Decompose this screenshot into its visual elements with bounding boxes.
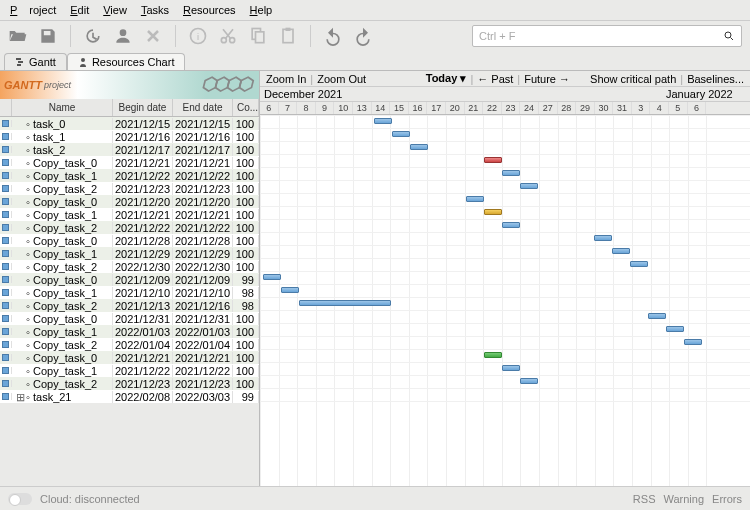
table-row[interactable]: ◦ Copy_task_2 2021/12/23 2021/12/23 100 [0, 377, 259, 390]
errors-link[interactable]: Errors [712, 493, 742, 505]
col-completion[interactable]: Co... [233, 99, 259, 116]
gantt-bar[interactable] [281, 287, 299, 293]
menu-resources[interactable]: Resources [177, 2, 242, 18]
rss-link[interactable]: RSS [633, 493, 656, 505]
gantt-bar[interactable] [630, 261, 648, 267]
table-row[interactable]: ◦ Copy_task_2 2021/12/13 2021/12/16 98 [0, 299, 259, 312]
cut-icon[interactable] [218, 26, 238, 46]
svg-text:i: i [197, 32, 199, 42]
task-name: ◦ Copy_task_0 [12, 196, 113, 208]
search-input[interactable]: Ctrl + F [472, 25, 742, 47]
task-end: 2021/12/16 [173, 300, 233, 312]
task-completion: 100 [233, 313, 259, 325]
svg-rect-10 [18, 61, 23, 63]
menu-edit[interactable]: Edit [64, 2, 95, 18]
task-name: ◦ Copy_task_1 [12, 209, 113, 221]
month-label: December 2021 [264, 88, 666, 100]
table-row[interactable]: ◦ Copy_task_1 2021/12/10 2021/12/10 98 [0, 286, 259, 299]
copy-icon[interactable] [248, 26, 268, 46]
paste-icon[interactable] [278, 26, 298, 46]
gantt-bar[interactable] [299, 300, 391, 306]
gantt-bar[interactable] [648, 313, 666, 319]
table-row[interactable]: ◦ Copy_task_0 2021/12/28 2021/12/28 100 [0, 234, 259, 247]
task-end: 2021/12/22 [173, 222, 233, 234]
save-icon[interactable] [38, 26, 58, 46]
gantt-bar[interactable] [594, 235, 612, 241]
task-name: ◦ Copy_task_1 [12, 365, 113, 377]
table-row[interactable]: ⊞◦ task_21 2022/02/08 2022/03/03 99 [0, 390, 259, 403]
task-begin: 2022/02/08 [113, 391, 173, 403]
table-row[interactable]: ◦ task_2 2021/12/17 2021/12/17 100 [0, 143, 259, 156]
menu-view[interactable]: View [97, 2, 133, 18]
table-row[interactable]: ◦ Copy_task_0 2021/12/21 2021/12/21 100 [0, 156, 259, 169]
gantt-bar[interactable] [520, 183, 538, 189]
cloud-toggle[interactable] [8, 493, 32, 505]
properties-icon[interactable]: i [188, 26, 208, 46]
table-row[interactable]: ◦ Copy_task_2 2021/12/23 2021/12/23 100 [0, 182, 259, 195]
svg-rect-7 [286, 28, 291, 31]
table-row[interactable]: ◦ task_0 2021/12/15 2021/12/15 100 [0, 117, 259, 130]
task-end: 2022/03/03 [173, 391, 233, 403]
table-row[interactable]: ◦ Copy_task_2 2022/01/04 2022/01/04 100 [0, 338, 259, 351]
gantt-bar[interactable] [502, 222, 520, 228]
gantt-bar[interactable] [666, 326, 684, 332]
table-row[interactable]: ◦ Copy_task_0 2021/12/31 2021/12/31 100 [0, 312, 259, 325]
future-button[interactable]: Future → [524, 73, 570, 85]
warning-link[interactable]: Warning [663, 493, 704, 505]
table-row[interactable]: ◦ Copy_task_0 2021/12/21 2021/12/21 100 [0, 351, 259, 364]
task-begin: 2021/12/16 [113, 131, 173, 143]
table-row[interactable]: ◦ Copy_task_1 2021/12/21 2021/12/21 100 [0, 208, 259, 221]
task-begin: 2021/12/22 [113, 222, 173, 234]
table-row[interactable]: ◦ Copy_task_2 2022/12/30 2022/12/30 100 [0, 260, 259, 273]
table-row[interactable]: ◦ task_1 2021/12/16 2021/12/16 100 [0, 130, 259, 143]
critical-path-button[interactable]: Show critical path [590, 73, 676, 85]
gantt-bar[interactable] [684, 339, 702, 345]
task-begin: 2022/01/04 [113, 339, 173, 351]
table-row[interactable]: ◦ Copy_task_1 2021/12/22 2021/12/22 100 [0, 169, 259, 182]
delete-icon[interactable] [143, 26, 163, 46]
tab-resources[interactable]: Resources Chart [67, 53, 186, 70]
tab-gantt[interactable]: Gantt [4, 53, 67, 70]
menu-project[interactable]: Project [4, 2, 62, 18]
gantt-bar[interactable] [484, 352, 502, 358]
baselines-button[interactable]: Baselines... [687, 73, 744, 85]
history-icon[interactable] [83, 26, 103, 46]
zoom-in-button[interactable]: Zoom In [266, 73, 306, 85]
gantt-bar[interactable] [484, 209, 502, 215]
task-end: 2021/12/17 [173, 144, 233, 156]
menu-tasks[interactable]: Tasks [135, 2, 175, 18]
gantt-bar[interactable] [392, 131, 410, 137]
day-label: 6 [260, 102, 279, 114]
past-button[interactable]: ← Past [477, 73, 513, 85]
gantt-bar[interactable] [263, 274, 281, 280]
table-row[interactable]: ◦ Copy_task_2 2021/12/22 2021/12/22 100 [0, 221, 259, 234]
gantt-bar[interactable] [520, 378, 538, 384]
day-label: 31 [613, 102, 632, 114]
col-begin[interactable]: Begin date [113, 99, 173, 116]
table-row[interactable]: ◦ Copy_task_0 2021/12/09 2021/12/09 99 [0, 273, 259, 286]
today-button[interactable]: Today ▾ [426, 72, 467, 85]
col-name[interactable]: Name [12, 99, 113, 116]
open-icon[interactable] [8, 26, 28, 46]
undo-icon[interactable] [323, 26, 343, 46]
zoom-out-button[interactable]: Zoom Out [317, 73, 366, 85]
table-row[interactable]: ◦ Copy_task_1 2022/01/03 2022/01/03 100 [0, 325, 259, 338]
table-row[interactable]: ◦ Copy_task_0 2021/12/20 2021/12/20 100 [0, 195, 259, 208]
day-label: 21 [465, 102, 484, 114]
gantt-bar[interactable] [612, 248, 630, 254]
gantt-bar[interactable] [466, 196, 484, 202]
col-end[interactable]: End date [173, 99, 233, 116]
person-icon[interactable] [113, 26, 133, 46]
gantt-bar[interactable] [502, 170, 520, 176]
menu-help[interactable]: Help [244, 2, 279, 18]
gantt-bar[interactable] [374, 118, 392, 124]
gantt-chart[interactable] [260, 115, 750, 486]
gantt-bar[interactable] [484, 157, 502, 163]
day-label: 20 [446, 102, 465, 114]
table-row[interactable]: ◦ Copy_task_1 2021/12/29 2021/12/29 100 [0, 247, 259, 260]
redo-icon[interactable] [353, 26, 373, 46]
task-end: 2021/12/21 [173, 157, 233, 169]
table-row[interactable]: ◦ Copy_task_1 2021/12/22 2021/12/22 100 [0, 364, 259, 377]
gantt-bar[interactable] [410, 144, 428, 150]
gantt-bar[interactable] [502, 365, 520, 371]
